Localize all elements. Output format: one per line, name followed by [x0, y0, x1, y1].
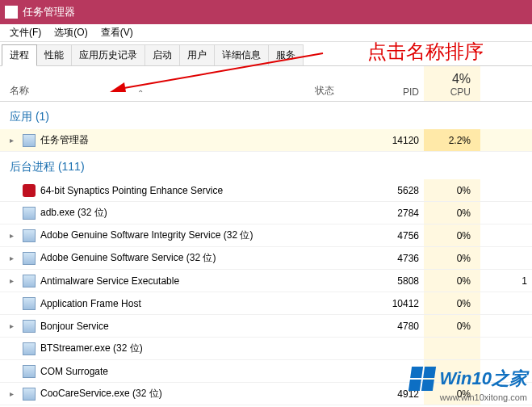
process-name: CooCareService.exe (32 位) — [40, 387, 162, 401]
header-cpu-value: 4% — [452, 72, 471, 86]
process-cpu: 0% — [424, 383, 480, 405]
process-pid: 10412 — [371, 298, 424, 309]
process-name: BTStreamer.exe (32 位) — [40, 342, 143, 355]
process-name: 64-bit Synaptics Pointing Enhance Servic… — [40, 185, 223, 196]
table-row[interactable]: adb.exe (32 位) 2784 0% — [0, 202, 532, 224]
tab-users[interactable]: 用户 — [179, 44, 215, 65]
process-icon — [23, 388, 36, 401]
process-name: Adobe Genuine Software Service (32 位) — [40, 251, 216, 265]
table-row[interactable]: ▸ Bonjour Service 4780 0% — [0, 315, 532, 338]
chevron-right-icon[interactable]: ▸ — [10, 321, 18, 330]
chevron-right-icon[interactable]: ▸ — [10, 231, 18, 240]
process-icon — [23, 275, 36, 287]
process-pid: 4780 — [371, 321, 424, 332]
process-pid: 4756 — [371, 230, 424, 241]
process-cpu: 0% — [424, 292, 480, 314]
window-title: 任务管理器 — [23, 5, 75, 19]
process-cpu: 0% — [424, 315, 480, 337]
tab-details[interactable]: 详细信息 — [214, 44, 269, 65]
header-cpu-label: CPU — [450, 86, 471, 98]
table-row[interactable]: ▸ Adobe Genuine Software Integrity Servi… — [0, 224, 532, 247]
group-background-title: 后台进程 (111) — [0, 152, 532, 179]
table-row[interactable]: ▸ CooCareService.exe (32 位) 4912 0% — [0, 383, 532, 405]
process-name: adb.exe (32 位) — [40, 206, 107, 220]
process-pid: 4912 — [371, 388, 424, 400]
process-pid: 5628 — [371, 185, 424, 196]
process-cpu: 0% — [424, 224, 480, 246]
tab-services[interactable]: 服务 — [268, 44, 304, 65]
process-icon — [23, 342, 36, 355]
process-cpu: 0% — [424, 202, 480, 224]
process-pid: 5808 — [371, 275, 424, 287]
table-row[interactable]: ▸ Adobe Genuine Software Service (32 位) … — [0, 247, 532, 270]
process-name: COM Surrogate — [40, 366, 108, 377]
menubar: 文件(F) 选项(O) 查看(V) — [0, 24, 532, 42]
process-cpu: 0% — [424, 270, 480, 292]
chevron-right-icon[interactable]: ▸ — [10, 136, 18, 145]
process-name: Antimalware Service Executable — [40, 275, 179, 287]
header-status[interactable]: 状态 — [315, 84, 371, 101]
header-name-label: 名称 — [10, 85, 29, 96]
chevron-right-icon[interactable]: ▸ — [10, 254, 18, 262]
tab-history[interactable]: 应用历史记录 — [71, 44, 145, 65]
table-row[interactable]: ▸ Antimalware Service Executable 5808 0%… — [0, 270, 532, 292]
sort-indicator-icon: ⌃ — [137, 89, 144, 98]
app-icon — [5, 6, 18, 19]
menu-options[interactable]: 选项(O) — [48, 24, 94, 41]
table-row[interactable]: ▸ 任务管理器 14120 2.2% — [0, 129, 532, 152]
process-name: Adobe Genuine Software Integrity Service… — [40, 229, 253, 242]
menu-view[interactable]: 查看(V) — [94, 24, 140, 41]
process-icon — [23, 184, 36, 197]
tab-performance[interactable]: 性能 — [36, 44, 72, 65]
process-icon — [23, 365, 36, 378]
process-icon — [23, 297, 36, 310]
process-pid: 4736 — [371, 253, 424, 264]
process-icon — [23, 320, 36, 333]
header-cpu[interactable]: 4% CPU — [424, 66, 480, 101]
process-cpu: 0% — [424, 247, 480, 269]
process-extra: 1 — [480, 275, 532, 287]
chevron-right-icon[interactable]: ▸ — [10, 276, 18, 285]
process-name: Bonjour Service — [40, 321, 109, 332]
process-cpu: 2.2% — [424, 129, 480, 151]
tab-processes[interactable]: 进程 — [2, 44, 37, 66]
chevron-right-icon[interactable]: ▸ — [10, 389, 18, 398]
process-pid: 14120 — [371, 135, 424, 146]
menu-file[interactable]: 文件(F) — [3, 24, 48, 41]
tab-strip: 进程 性能 应用历史记录 启动 用户 详细信息 服务 — [0, 42, 532, 66]
process-icon — [23, 229, 36, 242]
process-icon — [23, 252, 36, 265]
process-pid: 2784 — [371, 208, 424, 219]
table-row[interactable]: Application Frame Host 10412 0% — [0, 292, 532, 315]
process-icon — [23, 207, 36, 220]
table-row[interactable]: BTStreamer.exe (32 位) — [0, 338, 532, 360]
process-name: Application Frame Host — [40, 298, 141, 309]
column-headers: ⌃ 名称 状态 PID 4% CPU — [0, 66, 532, 102]
table-row[interactable]: 64-bit Synaptics Pointing Enhance Servic… — [0, 179, 532, 202]
process-icon — [23, 134, 36, 147]
header-name[interactable]: ⌃ 名称 — [0, 84, 315, 101]
table-row[interactable]: COM Surrogate — [0, 360, 532, 383]
window-titlebar: 任务管理器 — [0, 0, 532, 24]
process-name: 任务管理器 — [40, 133, 89, 147]
group-apps-title: 应用 (1) — [0, 102, 532, 129]
process-cpu: 0% — [424, 179, 480, 201]
header-pid[interactable]: PID — [371, 86, 424, 101]
tab-startup[interactable]: 启动 — [145, 44, 180, 65]
process-list: 应用 (1) ▸ 任务管理器 14120 2.2% 后台进程 (111) 64-… — [0, 102, 532, 407]
